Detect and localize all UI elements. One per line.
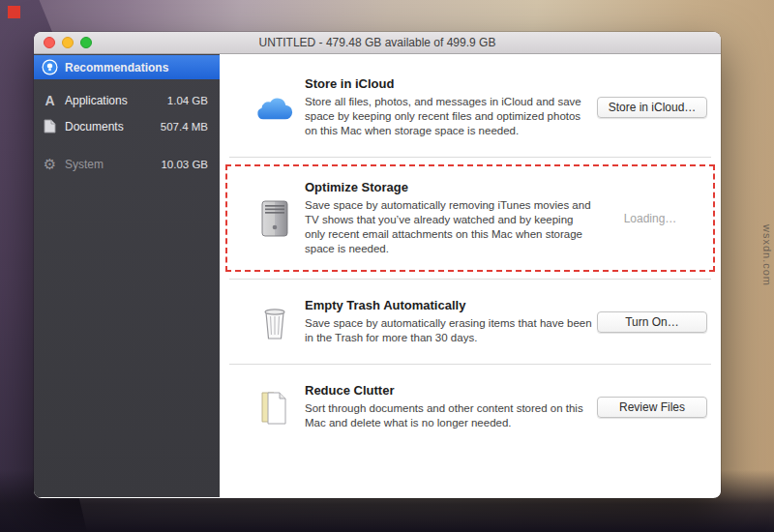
section-description: Sort through documents and other content… [305,401,595,430]
section-reduce-clutter: Reduce Clutter Sort through documents an… [220,365,721,449]
icloud-cloud-icon [254,94,295,121]
lightbulb-circle-icon [42,59,58,75]
hard-drive-icon [254,200,295,237]
watermark: wsxdn.com [761,224,773,286]
sidebar-item-size: 10.03 GB [161,159,208,170]
section-action: Store in iCloud… [595,97,709,118]
turn-on-button[interactable]: Turn On… [597,311,707,333]
document-icon [42,118,58,134]
gear-icon: ⚙ [42,156,58,172]
close-button[interactable] [44,37,55,48]
section-text: Store in iCloud Store all files, photos,… [305,76,595,138]
section-description: Save space by automatically removing iTu… [305,198,595,256]
sidebar-item-size: 507.4 MB [161,121,208,133]
section-store-in-icloud: Store in iCloud Store all files, photos,… [220,58,721,157]
red-marker [8,6,20,18]
section-title: Reduce Clutter [305,383,595,398]
section-text: Empty Trash Automatically Save space by … [305,298,595,345]
window-content: Recommendations A Applications 1.04 GB D… [34,54,721,497]
sidebar-item-recommendations[interactable]: Recommendations [34,55,220,79]
section-description: Store all files, photos, and messages in… [305,95,595,138]
separator [229,157,711,158]
section-text: Reduce Clutter Sort through documents an… [305,383,595,430]
section-empty-trash: Empty Trash Automatically Save space by … [220,280,721,364]
trash-icon [254,304,295,340]
window-titlebar[interactable]: UNTITLED - 479.48 GB available of 499.9 … [34,32,721,54]
window-title: UNTITLED - 479.48 GB available of 499.9 … [259,36,496,49]
desktop-wallpaper: wsxdn.com UNTITLED - 479.48 GB available… [0,0,774,532]
section-text: Optimize Storage Save space by automatic… [305,180,595,256]
sidebar-item-applications[interactable]: A Applications 1.04 GB [34,88,220,112]
storage-management-window: UNTITLED - 479.48 GB available of 499.9 … [34,32,721,498]
documents-stack-icon [254,389,295,426]
section-title: Optimize Storage [305,180,595,194]
section-description: Save space by automatically erasing item… [305,316,595,345]
main-panel: Store in iCloud Store all files, photos,… [220,54,721,497]
sidebar-item-size: 1.04 GB [167,95,208,106]
applications-a-icon: A [42,92,58,108]
sidebar-item-label: Documents [65,120,124,133]
sidebar-item-documents[interactable]: Documents 507.4 MB [34,114,220,138]
minimize-button[interactable] [62,37,74,48]
section-action: Turn On… [595,311,709,333]
sidebar-item-label: System [65,158,104,171]
review-files-button[interactable]: Review Files [597,397,707,418]
traffic-lights [44,37,92,48]
section-action: Review Files [595,397,709,418]
section-action: Loading… [595,212,705,225]
sidebar-item-label: Applications [65,94,128,107]
section-title: Empty Trash Automatically [305,298,595,312]
zoom-button[interactable] [80,37,92,48]
sidebar: Recommendations A Applications 1.04 GB D… [34,54,220,497]
store-in-icloud-button[interactable]: Store in iCloud… [597,97,707,118]
section-title: Store in iCloud [305,76,595,91]
section-optimize-storage: Optimize Storage Save space by automatic… [225,164,715,272]
loading-status: Loading… [624,212,677,225]
sidebar-item-label: Recommendations [65,61,168,74]
sidebar-item-system[interactable]: ⚙ System 10.03 GB [34,152,220,176]
